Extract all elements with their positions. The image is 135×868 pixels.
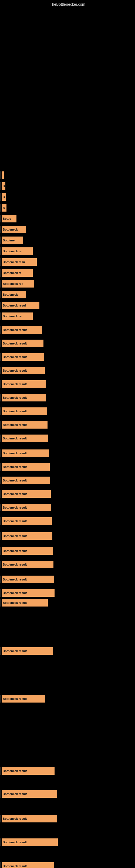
result-item: Bottleneck result (1, 490, 51, 498)
result-item: Bottleneck result (1, 517, 52, 525)
result-bar: Bottleneck res (2, 280, 34, 287)
result-item: B (1, 193, 6, 201)
result-bar: Bottleneck result (2, 532, 52, 540)
result-bar: Bottleneck result (2, 435, 48, 442)
result-item: Bottle (1, 215, 16, 222)
result-label: B (3, 184, 5, 188)
result-bar: Bottleneck re (2, 247, 33, 255)
result-bar: Bottleneck result (2, 589, 54, 597)
result-item: Bottleneck result (1, 367, 45, 374)
result-label: Bottleneck result (3, 769, 27, 773)
result-label: Bottleneck result (3, 437, 27, 440)
result-item: Bottleneck result (1, 767, 54, 775)
result-bar: Bottleneck result (2, 490, 51, 498)
result-bar: Bottleneck result (2, 340, 43, 347)
result-bar: Bottleneck re (2, 269, 33, 277)
result-label: Bottleneck result (3, 382, 27, 386)
result-label: Bottleneck (3, 293, 18, 296)
result-label: Bottleneck result (3, 792, 27, 796)
result-bar: Bottleneck result (2, 576, 54, 583)
result-label: Bottleneck result (3, 549, 27, 553)
result-item: Bottleneck result (1, 862, 54, 868)
result-item: Bottleneck result (1, 353, 44, 361)
result-bar (2, 172, 4, 179)
result-label: Bottleneck result (3, 817, 27, 820)
result-bar: Bottleneck result (2, 326, 42, 334)
result-item (1, 172, 4, 179)
result-label: Bottleneck resu (3, 260, 25, 264)
result-label: Bottleneck result (3, 369, 27, 372)
result-label: Bottleneck result (3, 841, 27, 844)
result-label: Bottleneck result (3, 479, 27, 482)
result-item: Bottleneck result (1, 421, 48, 429)
result-item: Bottleneck re (1, 269, 33, 277)
result-item: B (1, 182, 5, 190)
result-bar: Bottleneck result (2, 450, 49, 457)
result-bar: Bottleneck result (2, 380, 46, 388)
result-label: Bottleneck re (3, 271, 21, 275)
result-item: Bottleneck result (1, 647, 53, 655)
result-label: Bottleneck (3, 228, 18, 231)
result-item: Bottleneck result (1, 561, 53, 568)
result-item: B (1, 204, 6, 212)
chart-area: BBBBottleBottleneckBottleneBottleneck re… (0, 9, 135, 868)
result-item: Bottleneck result (1, 326, 42, 334)
result-label: Bottleneck result (3, 410, 27, 413)
result-item: Bottleneck result (1, 435, 48, 442)
result-label: Bottleneck result (3, 649, 27, 653)
result-bar: Bottleneck re (2, 312, 33, 320)
result-item: Bottleneck result (1, 476, 50, 484)
result-bar: Bottleneck result (2, 394, 46, 401)
result-label: Bottleneck re (3, 315, 21, 318)
result-bar: Bottleneck result (2, 476, 50, 484)
result-label: Bottleneck result (3, 520, 27, 523)
result-label: Bottle (3, 217, 11, 220)
result-bar: Bottleneck resu (2, 258, 37, 266)
result-bar: Bottleneck result (2, 421, 48, 429)
result-label: Bottleneck resul (3, 304, 26, 307)
result-item: Bottleneck result (1, 504, 51, 511)
result-item: Bottleneck result (1, 547, 53, 555)
result-item: Bottleneck result (1, 838, 58, 846)
result-label: Bottleneck result (3, 452, 27, 455)
result-bar: Bottleneck result (2, 599, 48, 607)
result-bar: B (2, 193, 6, 201)
result-label: Bottleneck result (3, 563, 27, 566)
result-bar: Bottleneck result (2, 517, 52, 525)
result-label: Bottleneck result (3, 423, 27, 426)
result-label: Bottleneck result (3, 591, 27, 595)
result-item: Bottleneck result (1, 815, 57, 823)
result-bar: Bottleneck resul (2, 302, 39, 309)
result-item: Bottleneck result (1, 340, 43, 347)
result-label: Bottleneck result (3, 328, 27, 332)
result-item: Bottleneck (1, 291, 26, 299)
result-label: Bottleneck result (3, 601, 27, 604)
result-item: Bottleneck result (1, 790, 57, 798)
result-item: Bottleneck resul (1, 302, 39, 309)
result-bar: Bottleneck result (2, 862, 54, 868)
result-label: Bottlene (3, 239, 14, 242)
result-bar: Bottleneck result (2, 695, 45, 703)
result-bar: Bottleneck result (2, 504, 51, 511)
result-bar: Bottleneck result (2, 407, 47, 415)
result-item: Bottleneck (1, 226, 26, 233)
result-label: B (3, 206, 5, 209)
result-item: Bottleneck result (1, 589, 54, 597)
result-label: Bottleneck result (3, 396, 27, 399)
result-item: Bottleneck resu (1, 258, 37, 266)
result-bar: Bottleneck result (2, 790, 57, 798)
result-bar: Bottleneck result (2, 767, 54, 775)
result-bar: Bottleneck result (2, 647, 53, 655)
result-label: Bottleneck result (3, 865, 27, 868)
result-bar: Bottleneck (2, 291, 26, 299)
result-item: Bottleneck result (1, 450, 49, 457)
result-bar: Bottleneck result (2, 353, 44, 361)
result-item: Bottlene (1, 237, 23, 244)
result-item: Bottleneck re (1, 247, 33, 255)
result-item: Bottleneck result (1, 394, 46, 401)
result-item: Bottleneck result (1, 695, 45, 703)
result-bar: Bottleneck result (2, 815, 57, 823)
result-bar: Bottle (2, 215, 16, 222)
result-item: Bottleneck result (1, 380, 46, 388)
result-label: Bottleneck re (3, 250, 21, 253)
